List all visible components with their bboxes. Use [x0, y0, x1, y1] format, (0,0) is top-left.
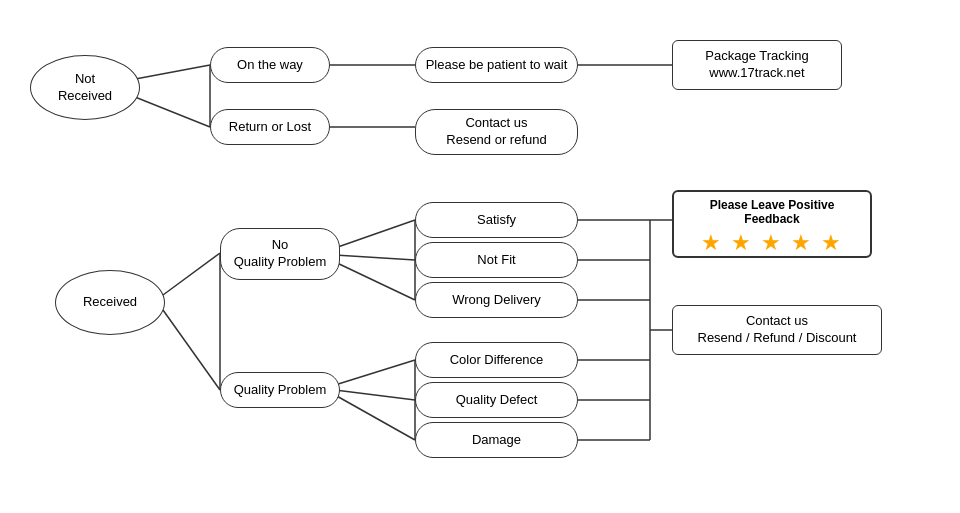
svg-line-11 [335, 262, 415, 300]
svg-line-14 [335, 390, 415, 400]
quality-defect-node: Quality Defect [415, 382, 578, 418]
svg-line-0 [130, 65, 210, 80]
svg-line-15 [335, 395, 415, 440]
not-fit-node: Not Fit [415, 242, 578, 278]
feedback-label: Please Leave Positive Feedback [684, 198, 860, 226]
diagram: Not Received On the way Return or Lost P… [0, 0, 960, 513]
satisfy-node: Satisfy [415, 202, 578, 238]
svg-line-13 [335, 360, 415, 385]
no-quality-problem-node: No Quality Problem [220, 228, 340, 280]
color-difference-node: Color Difference [415, 342, 578, 378]
feedback-box: Please Leave Positive Feedback ★ ★ ★ ★ ★ [672, 190, 872, 258]
package-tracking-node: Package Tracking www.17track.net [672, 40, 842, 90]
svg-line-9 [335, 220, 415, 248]
svg-line-6 [163, 253, 220, 295]
svg-line-10 [335, 255, 415, 260]
return-or-lost-node: Return or Lost [210, 109, 330, 145]
damage-node: Damage [415, 422, 578, 458]
wrong-delivery-node: Wrong Delivery [415, 282, 578, 318]
on-the-way-node: On the way [210, 47, 330, 83]
svg-line-1 [130, 95, 210, 127]
svg-line-7 [163, 310, 220, 390]
quality-problem-node: Quality Problem [220, 372, 340, 408]
contact-resend-refund-node: Contact us Resend or refund [415, 109, 578, 155]
not-received-node: Not Received [30, 55, 140, 120]
received-node: Received [55, 270, 165, 335]
contact-resend-refund-discount-node: Contact us Resend / Refund / Discount [672, 305, 882, 355]
stars-display: ★ ★ ★ ★ ★ [684, 230, 860, 256]
please-be-patient-node: Please be patient to wait [415, 47, 578, 83]
